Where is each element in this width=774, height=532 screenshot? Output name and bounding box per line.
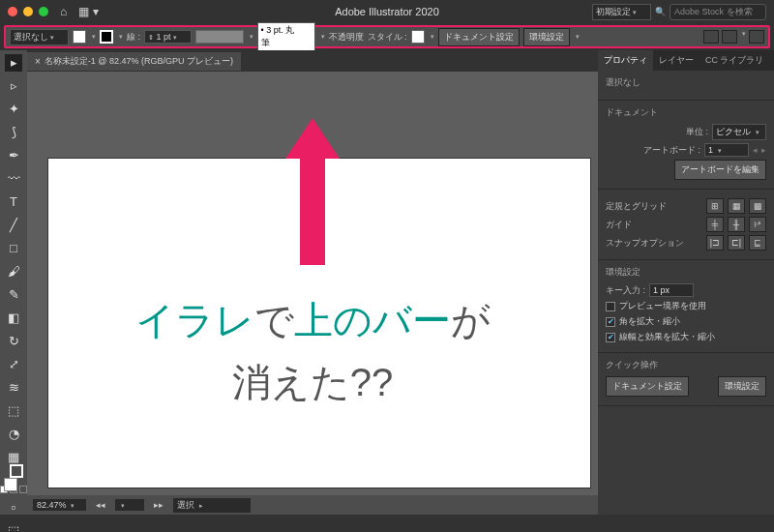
fill-swatch[interactable] bbox=[73, 30, 86, 44]
edit-artboards-button[interactable]: アートボードを編集 bbox=[674, 160, 766, 180]
transparency-grid-icon[interactable]: ▩ bbox=[749, 198, 766, 214]
stroke-profile-dropdown[interactable] bbox=[195, 30, 244, 44]
shaper-tool[interactable]: ✎ bbox=[5, 286, 22, 304]
magic-wand-tool[interactable]: ✦ bbox=[5, 101, 22, 118]
quick-document-setup-button[interactable]: ドキュメント設定 bbox=[606, 376, 689, 397]
annotation-text: イラレで上のバーが 消えた?? bbox=[27, 289, 598, 413]
line-tool[interactable]: ╱ bbox=[5, 217, 22, 234]
lasso-tool[interactable]: ⟆ bbox=[5, 124, 22, 141]
paintbrush-tool[interactable]: 🖌 bbox=[5, 263, 22, 281]
units-dropdown[interactable]: ピクセル ▾ bbox=[712, 124, 766, 140]
curvature-tool[interactable]: 〰 bbox=[5, 170, 22, 188]
draw-mode-icon[interactable]: ▫ bbox=[5, 499, 22, 517]
status-bar: 82.47% ▾ ◂◂ ▾ ▸▸ 選択 ▸ bbox=[27, 495, 598, 515]
key-input-label: キー入力 : bbox=[606, 284, 645, 297]
status-mode-dropdown[interactable]: 選択 ▸ bbox=[173, 498, 251, 513]
tools-panel: ▸ ▹ ✦ ⟆ ✒ 〰 T ╱ □ 🖌 ✎ ◧ ↻ ⤢ ≋ ⬚ ◔ ▦ ▫ ⬚ … bbox=[0, 50, 27, 515]
search-icon: 🔍 bbox=[655, 7, 666, 16]
window-controls bbox=[8, 7, 48, 16]
ruler-toggle-icon[interactable]: ⊞ bbox=[706, 198, 724, 214]
guides-visibility-icon[interactable]: ╪ bbox=[706, 217, 724, 232]
document-tabs: × 名称未設定-1 @ 82.47% (RGB/GPU プレビュー) bbox=[27, 50, 598, 72]
maximize-window-button[interactable] bbox=[39, 7, 48, 16]
pen-tool[interactable]: ✒ bbox=[5, 147, 22, 164]
document-section-header: ドキュメント bbox=[606, 106, 766, 119]
align-icon[interactable] bbox=[703, 30, 719, 44]
scale-tool[interactable]: ⤢ bbox=[5, 356, 22, 373]
none-mode-icon[interactable] bbox=[19, 486, 27, 493]
snap-pixel-icon[interactable]: |⊐ bbox=[706, 235, 724, 251]
eraser-tool[interactable]: ◧ bbox=[5, 310, 22, 327]
artboard-nav-prev-icon[interactable]: ◂◂ bbox=[96, 500, 105, 510]
artboard-dropdown[interactable]: 1 ▾ bbox=[704, 143, 749, 157]
artboard-prev-icon[interactable]: ◂ bbox=[753, 145, 758, 155]
annotation-arrow bbox=[283, 118, 342, 263]
guides-label: ガイド bbox=[606, 219, 632, 231]
tab-cc-libraries[interactable]: CC ライブラリ bbox=[700, 50, 770, 71]
panel-menu-icon[interactable] bbox=[749, 30, 764, 44]
quick-actions-header: クイック操作 bbox=[606, 359, 766, 371]
document-tab-label: 名称未設定-1 @ 82.47% (RGB/GPU プレビュー) bbox=[45, 55, 233, 68]
free-transform-tool[interactable]: ⬚ bbox=[5, 402, 22, 420]
canvas[interactable]: イラレで上のバーが 消えた?? bbox=[27, 72, 598, 495]
artboard-label: アートボード : bbox=[643, 144, 700, 157]
selection-type-dropdown[interactable]: 選択なし▾ bbox=[10, 29, 69, 45]
snap-grid-icon[interactable]: ⊑ bbox=[749, 235, 766, 251]
app-title: Adobe Illustrator 2020 bbox=[335, 6, 439, 17]
quick-preferences-button[interactable]: 環境設定 bbox=[718, 376, 766, 397]
width-tool[interactable]: ≋ bbox=[5, 379, 22, 397]
control-bar: 選択なし▾ ▾ ▾ 線 : ⇕ 1 pt▾ ▾ • 3 pt. 丸筆▾ 不透明度… bbox=[4, 25, 770, 48]
style-label: スタイル : bbox=[368, 31, 407, 44]
smart-guides-icon[interactable]: ꜔ᵃ bbox=[749, 217, 766, 232]
type-tool[interactable]: T bbox=[5, 193, 22, 211]
stroke-label: 線 : bbox=[127, 31, 140, 44]
units-label: 単位 : bbox=[686, 126, 708, 138]
tab-layers[interactable]: レイヤー bbox=[653, 50, 700, 71]
stock-search-input[interactable]: Adobe Stock を検索 bbox=[670, 4, 766, 20]
rectangle-tool[interactable]: □ bbox=[5, 240, 22, 257]
artboard-next-icon[interactable]: ▸ bbox=[761, 145, 766, 155]
main-area: ▸ ▹ ✦ ⟆ ✒ 〰 T ╱ □ 🖌 ✎ ◧ ↻ ⤢ ≋ ⬚ ◔ ▦ ▫ ⬚ … bbox=[0, 50, 774, 515]
arrange-documents-icon[interactable]: ▦ ▾ bbox=[78, 5, 98, 18]
artboard-nav-dropdown[interactable]: ▾ bbox=[115, 499, 144, 511]
workspace-switcher[interactable]: 初期設定▾ bbox=[592, 4, 651, 20]
selection-status: 選択なし bbox=[606, 76, 766, 89]
document-setup-button[interactable]: ドキュメント設定 bbox=[438, 28, 520, 46]
direct-selection-tool[interactable]: ▹ bbox=[5, 77, 22, 95]
stroke-swatch[interactable] bbox=[100, 30, 113, 44]
document-area: × 名称未設定-1 @ 82.47% (RGB/GPU プレビュー) イラレで上… bbox=[27, 50, 598, 515]
screen-mode-icon[interactable]: ⬚ bbox=[5, 522, 22, 532]
grid-toggle-icon[interactable]: ▦ bbox=[728, 198, 745, 214]
preview-bounds-checkbox[interactable]: プレビュー境界を使用 bbox=[606, 300, 766, 312]
zoom-level-dropdown[interactable]: 82.47% ▾ bbox=[33, 499, 86, 511]
rotate-tool[interactable]: ↻ bbox=[5, 333, 22, 350]
graphic-style-swatch[interactable] bbox=[411, 30, 425, 44]
key-input-field[interactable]: 1 px bbox=[649, 283, 694, 297]
snap-options-label: スナップオプション bbox=[606, 237, 684, 250]
guides-lock-icon[interactable]: ╫ bbox=[728, 217, 745, 232]
brush-definition-dropdown[interactable]: • 3 pt. 丸筆 bbox=[257, 22, 315, 51]
ruler-grid-label: 定規とグリッド bbox=[606, 200, 667, 213]
selection-tool[interactable]: ▸ bbox=[5, 54, 22, 72]
close-window-button[interactable] bbox=[8, 7, 17, 16]
scale-corners-checkbox[interactable]: ✔角を拡大・縮小 bbox=[606, 315, 766, 328]
preferences-button[interactable]: 環境設定 bbox=[523, 28, 570, 46]
shape-builder-tool[interactable]: ◔ bbox=[5, 426, 22, 443]
preferences-section-header: 環境設定 bbox=[606, 266, 766, 279]
snap-point-icon[interactable]: ⊏| bbox=[728, 235, 745, 251]
close-tab-icon[interactable]: × bbox=[35, 56, 41, 67]
stroke-weight-input[interactable]: ⇕ 1 pt▾ bbox=[144, 30, 192, 44]
opacity-label[interactable]: 不透明度 bbox=[329, 31, 364, 44]
titlebar: ⌂ ▦ ▾ Adobe Illustrator 2020 初期設定▾ 🔍 Ado… bbox=[0, 0, 774, 23]
tab-properties[interactable]: プロパティ bbox=[598, 50, 653, 71]
properties-panel: プロパティ レイヤー CC ライブラリ 選択なし ドキュメント 単位 : ピクセ… bbox=[598, 50, 774, 515]
document-tab[interactable]: × 名称未設定-1 @ 82.47% (RGB/GPU プレビュー) bbox=[27, 52, 241, 71]
illustrator-window: ⌂ ▦ ▾ Adobe Illustrator 2020 初期設定▾ 🔍 Ado… bbox=[0, 0, 774, 532]
panel-tabs: プロパティ レイヤー CC ライブラリ bbox=[598, 50, 774, 71]
scale-strokes-checkbox[interactable]: ✔線幅と効果を拡大・縮小 bbox=[606, 331, 766, 343]
transform-icon[interactable] bbox=[722, 30, 737, 44]
home-icon[interactable]: ⌂ bbox=[60, 5, 67, 18]
minimize-window-button[interactable] bbox=[23, 7, 33, 16]
artboard-nav-next-icon[interactable]: ▸▸ bbox=[154, 500, 164, 510]
